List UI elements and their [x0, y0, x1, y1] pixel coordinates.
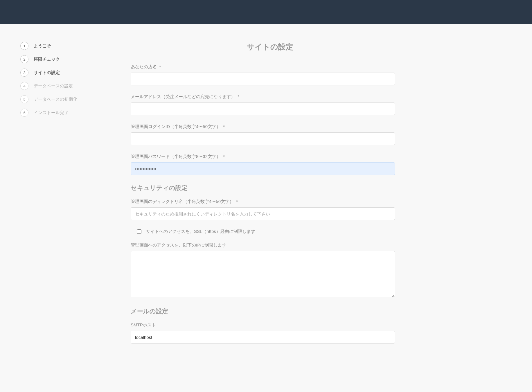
step-label: インストール完了: [34, 110, 69, 116]
step-welcome[interactable]: 1 ようこそ: [20, 42, 128, 50]
security-section-title: セキュリティの設定: [128, 184, 412, 192]
step-number: 1: [20, 42, 28, 50]
main-container: 1 ようこそ 2 権限チェック 3 サイトの設定 4 データベースの設定 5 デ…: [0, 24, 532, 352]
smtp-host-input[interactable]: [131, 331, 395, 344]
step-label: データベースの初期化: [34, 97, 77, 102]
step-label: ようこそ: [34, 43, 51, 49]
step-number: 5: [20, 95, 28, 103]
label-text: あなたの店名: [131, 64, 157, 69]
step-install-complete[interactable]: 6 インストール完了: [20, 109, 128, 117]
header-bar: [0, 0, 532, 24]
ssl-checkbox-row: サイトへのアクセスを、SSL（https）経由に制限します: [131, 229, 395, 234]
admin-dir-input[interactable]: [131, 207, 395, 220]
ssl-group: サイトへのアクセスを、SSL（https）経由に制限します 管理画面へのアクセス…: [128, 229, 412, 299]
ip-restrict-label: 管理画面へのアクセスを、以下のIPに制限します: [131, 242, 395, 248]
required-indicator: *: [223, 124, 225, 129]
step-label: サイトの設定: [34, 70, 60, 75]
step-database-settings[interactable]: 4 データベースの設定: [20, 82, 128, 90]
required-indicator: *: [236, 199, 238, 204]
step-permission-check[interactable]: 2 権限チェック: [20, 55, 128, 63]
label-text: 管理画面パスワード（半角英数字8〜32文字）: [131, 154, 221, 159]
login-id-label: 管理画面ログインID（半角英数字4〜50文字） *: [131, 124, 395, 130]
step-list: 1 ようこそ 2 権限チェック 3 サイトの設定 4 データベースの設定 5 デ…: [20, 42, 128, 117]
step-number: 3: [20, 69, 28, 77]
shop-name-group: あなたの店名 *: [128, 64, 412, 85]
step-label: データベースの設定: [34, 83, 73, 89]
install-steps-sidebar: 1 ようこそ 2 権限チェック 3 サイトの設定 4 データベースの設定 5 デ…: [0, 42, 128, 352]
email-label: メールアドレス（受注メールなどの宛先になります） *: [131, 94, 395, 100]
step-number: 6: [20, 109, 28, 117]
shop-name-input[interactable]: [131, 73, 395, 85]
email-input[interactable]: [131, 103, 395, 115]
ip-restrict-textarea[interactable]: [131, 251, 395, 297]
mail-section-title: メールの設定: [128, 307, 412, 315]
step-database-init[interactable]: 5 データベースの初期化: [20, 95, 128, 103]
admin-dir-group: 管理画面のディレクトリ名（半角英数字4〜50文字） *: [128, 199, 412, 220]
required-indicator: *: [238, 94, 239, 99]
step-number: 4: [20, 82, 28, 90]
smtp-host-group: SMTPホスト: [128, 322, 412, 344]
label-text: 管理画面ログインID（半角英数字4〜50文字）: [131, 124, 221, 129]
password-group: 管理画面パスワード（半角英数字8〜32文字） *: [128, 154, 412, 175]
label-text: メールアドレス（受注メールなどの宛先になります）: [131, 94, 235, 99]
shop-name-label: あなたの店名 *: [131, 64, 395, 70]
ssl-checkbox[interactable]: [137, 229, 141, 234]
page-title: サイトの設定: [128, 42, 412, 52]
required-indicator: *: [223, 154, 225, 159]
login-id-input[interactable]: [131, 132, 395, 145]
main-content: サイトの設定 あなたの店名 * メールアドレス（受注メールなどの宛先になります）…: [128, 42, 447, 352]
step-site-settings[interactable]: 3 サイトの設定: [20, 69, 128, 77]
required-indicator: *: [159, 64, 161, 69]
step-label: 権限チェック: [34, 57, 60, 62]
step-number: 2: [20, 55, 28, 63]
label-text: 管理画面のディレクトリ名（半角英数字4〜50文字）: [131, 199, 234, 204]
admin-dir-label: 管理画面のディレクトリ名（半角英数字4〜50文字） *: [131, 199, 395, 204]
password-input[interactable]: [131, 162, 395, 175]
smtp-host-label: SMTPホスト: [131, 322, 395, 328]
email-group: メールアドレス（受注メールなどの宛先になります） *: [128, 94, 412, 115]
login-id-group: 管理画面ログインID（半角英数字4〜50文字） *: [128, 124, 412, 145]
ssl-checkbox-label: サイトへのアクセスを、SSL（https）経由に制限します: [146, 229, 255, 234]
password-label: 管理画面パスワード（半角英数字8〜32文字） *: [131, 154, 395, 159]
